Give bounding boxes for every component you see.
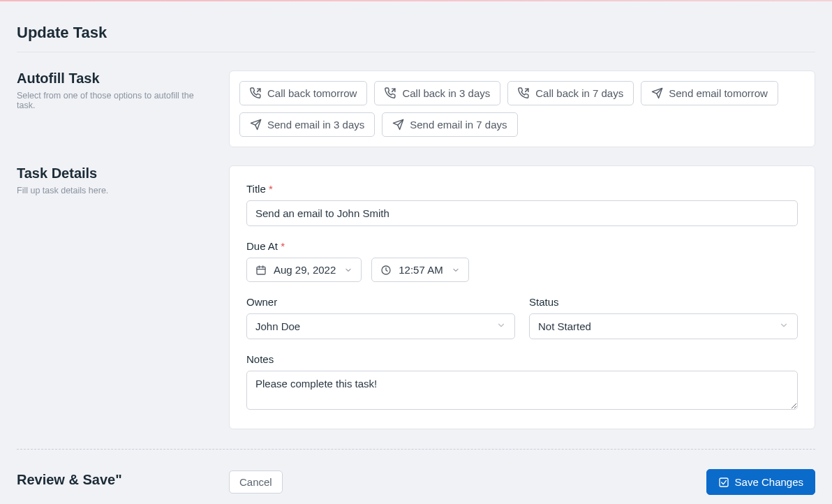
autofill-options-container: Call back tomorrowCall back in 3 daysCal… [239,81,805,137]
chevron-down-icon [452,266,460,274]
status-label: Status [529,296,798,308]
due-time-picker[interactable]: 12:57 AM [371,258,468,282]
due-at-label-text: Due At [246,240,278,252]
task-details-section-title: Task Details [17,165,212,181]
calendar-icon [255,265,267,276]
due-at-label: Due At * [246,240,798,252]
autofill-option-5[interactable]: Send email in 7 days [382,112,517,137]
autofill-section-subtitle: Select from one of those options to auto… [17,91,212,110]
required-marker: * [269,183,273,195]
autofill-option-label: Send email in 7 days [410,119,507,131]
send-icon [392,119,404,131]
title-input[interactable] [246,200,798,226]
save-button[interactable]: Save Changes [706,469,815,495]
page-title: Update Task [17,1,815,52]
divider-dashed [17,449,815,450]
notes-textarea[interactable] [246,371,798,410]
send-icon [651,87,663,99]
autofill-section-title: Autofill Task [17,71,212,87]
autofill-option-label: Send email in 3 days [267,119,364,131]
required-marker: * [281,240,285,252]
svg-rect-11 [720,478,728,487]
chevron-down-icon [496,320,506,332]
due-date-value: Aug 29, 2022 [274,264,336,276]
chevron-down-icon [779,320,789,332]
autofill-option-label: Call back in 7 days [535,87,623,99]
autofill-option-1[interactable]: Call back in 3 days [374,81,500,105]
due-time-value: 12:57 AM [399,264,443,276]
divider [17,52,815,52]
owner-select[interactable]: John Doe [246,313,515,339]
autofill-option-label: Call back in 3 days [402,87,490,99]
status-value: Not Started [538,320,591,332]
autofill-option-label: Send email tomorrow [669,87,768,99]
autofill-option-2[interactable]: Call back in 7 days [507,81,634,105]
send-icon [250,119,262,131]
status-select[interactable]: Not Started [529,313,798,339]
owner-label: Owner [246,296,515,308]
check-icon [718,477,729,488]
phone-icon [250,87,262,99]
review-section-title: Review & Save" [17,472,212,488]
due-date-picker[interactable]: Aug 29, 2022 [246,258,362,282]
autofill-option-4[interactable]: Send email in 3 days [239,112,375,137]
svg-rect-6 [257,267,265,274]
autofill-option-0[interactable]: Call back tomorrow [239,81,367,105]
title-label: Title * [246,183,798,195]
title-label-text: Title [246,183,266,195]
phone-icon [385,87,396,99]
notes-label: Notes [246,353,798,365]
task-details-section-subtitle: Fill up task details here. [17,186,212,195]
autofill-option-3[interactable]: Send email tomorrow [641,81,778,105]
save-button-label: Save Changes [735,476,803,488]
chevron-down-icon [344,266,352,274]
autofill-option-label: Call back tomorrow [267,87,357,99]
cancel-button[interactable]: Cancel [229,470,283,494]
clock-icon [380,265,392,276]
phone-icon [518,87,530,99]
owner-value: John Doe [255,320,300,332]
